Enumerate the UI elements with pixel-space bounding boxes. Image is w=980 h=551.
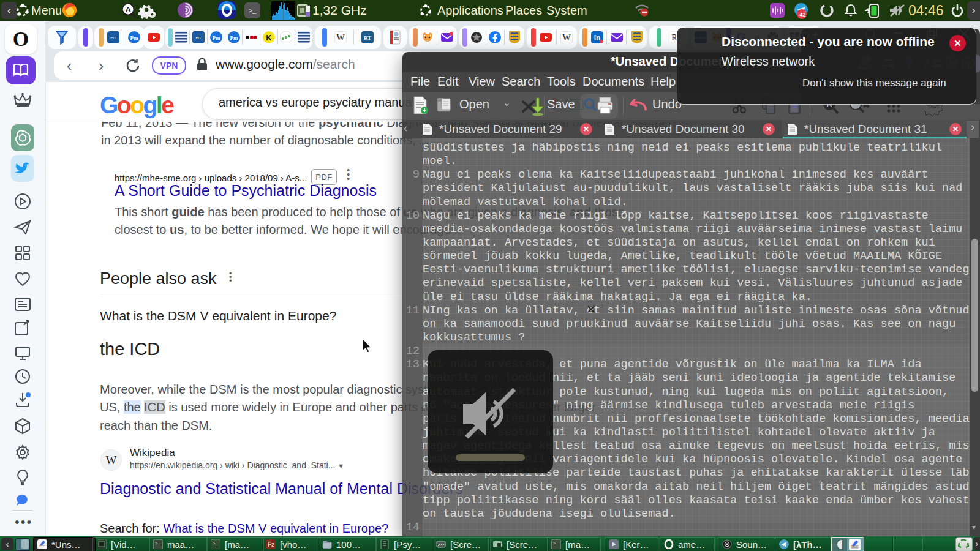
svg-text:W: W bbox=[336, 33, 345, 42]
svg-text:>_: >_ bbox=[553, 541, 559, 546]
svg-text:-42: -42 bbox=[797, 12, 805, 18]
svg-text:Pm: Pm bbox=[130, 35, 138, 41]
svg-text:in: in bbox=[594, 34, 601, 42]
svg-text:>_: >_ bbox=[155, 541, 160, 546]
svg-text:W: W bbox=[563, 33, 571, 42]
svg-text:>_: >_ bbox=[213, 541, 218, 546]
svg-text:SN•S: SN•S bbox=[927, 104, 939, 110]
svg-text:Pm: Pm bbox=[212, 35, 220, 41]
svg-text:A: A bbox=[125, 5, 131, 14]
svg-text:Pm: Pm bbox=[230, 35, 238, 41]
svg-text:RT: RT bbox=[364, 35, 371, 41]
svg-text:err: err bbox=[111, 35, 116, 40]
svg-text:K: K bbox=[266, 33, 272, 42]
svg-text:Fz: Fz bbox=[268, 541, 274, 548]
svg-text:err: err bbox=[196, 35, 202, 40]
